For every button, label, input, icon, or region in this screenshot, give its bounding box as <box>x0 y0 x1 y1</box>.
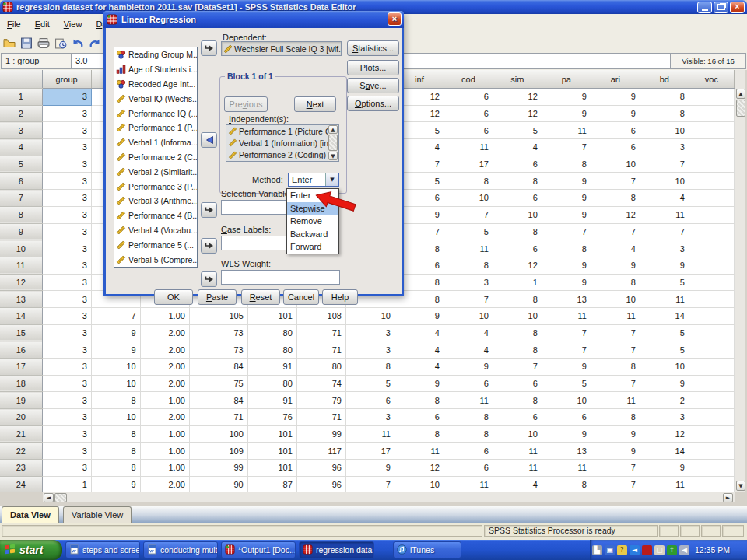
data-cell[interactable]: 76 <box>247 409 296 426</box>
data-cell[interactable]: 109 <box>189 443 247 460</box>
data-cell[interactable]: 3 <box>640 409 689 426</box>
data-cell[interactable]: 9 <box>542 257 591 274</box>
data-cell[interactable]: 8 <box>395 392 444 409</box>
data-cell[interactable]: 101 <box>247 307 296 324</box>
data-cell[interactable]: 9 <box>542 425 591 443</box>
data-cell[interactable]: 8 <box>345 359 395 376</box>
next-button[interactable]: Next <box>294 96 336 112</box>
data-cell[interactable]: 7 <box>91 307 140 324</box>
data-cell[interactable]: 9 <box>542 359 591 376</box>
variable-item[interactable]: Verbal IQ (Wechs... <box>114 91 197 106</box>
dependent-field[interactable]: Wechsler Full Scale IQ 3 [wif... <box>221 41 342 56</box>
variable-item[interactable]: Performance IQ (... <box>114 106 197 121</box>
data-cell[interactable]: 2.00 <box>140 341 189 359</box>
data-cell[interactable]: 10 <box>542 392 591 409</box>
data-cell[interactable]: 12 <box>493 89 542 106</box>
data-cell[interactable]: 11 <box>493 443 542 460</box>
vertical-scroll-thumb[interactable] <box>736 100 745 117</box>
data-cell[interactable]: 12 <box>493 257 542 274</box>
data-cell[interactable] <box>689 89 734 106</box>
data-cell[interactable]: 3 <box>640 240 689 257</box>
data-cell[interactable]: 11 <box>640 476 689 492</box>
data-cell[interactable]: 10 <box>91 375 140 392</box>
data-cell[interactable]: 105 <box>189 307 247 324</box>
data-cell[interactable]: 11 <box>444 139 493 156</box>
column-header-bd[interactable]: bd <box>640 70 689 89</box>
data-cell[interactable] <box>689 341 734 359</box>
scroll-up-button[interactable]: ▲ <box>328 125 338 134</box>
column-header-voc[interactable]: voc <box>689 70 734 89</box>
data-cell[interactable]: 8 <box>444 257 493 274</box>
data-cell[interactable]: 8 <box>91 443 140 460</box>
network-icon[interactable]: ↑ <box>667 545 677 555</box>
previous-button[interactable]: Previous <box>224 96 268 112</box>
row-header[interactable]: 11 <box>0 257 42 274</box>
data-cell[interactable]: 5 <box>640 341 689 359</box>
data-cell[interactable]: 3 <box>42 190 91 207</box>
grid-corner-cell[interactable] <box>0 70 42 89</box>
data-cell[interactable]: 8 <box>591 190 640 207</box>
row-header[interactable]: 8 <box>0 206 42 223</box>
data-cell[interactable]: 9 <box>542 274 591 291</box>
variable-item[interactable]: Verbal 3 (Arithme... <box>114 194 197 208</box>
data-cell[interactable]: 3 <box>42 257 91 274</box>
data-cell[interactable]: 1.00 <box>140 425 189 443</box>
data-cell[interactable]: 2 <box>640 392 689 409</box>
data-cell[interactable]: 7 <box>591 324 640 341</box>
taskbar-button-2[interactable]: conducting mult... <box>143 541 218 558</box>
data-cell[interactable]: 1 <box>493 274 542 291</box>
toolbar-redo-icon[interactable] <box>86 36 103 51</box>
data-cell[interactable]: 8 <box>444 173 493 190</box>
button-reset[interactable]: Reset <box>241 289 280 305</box>
row-header[interactable]: 15 <box>0 324 42 341</box>
data-cell[interactable]: 17 <box>345 443 395 460</box>
data-cell[interactable]: 3 <box>42 307 91 324</box>
data-cell[interactable]: 11 <box>640 206 689 223</box>
data-cell[interactable] <box>689 375 734 392</box>
minimize-button[interactable] <box>697 2 712 13</box>
data-cell[interactable]: 96 <box>296 476 345 492</box>
data-cell[interactable]: 7 <box>591 341 640 359</box>
variable-item[interactable]: Performance 5 (... <box>114 237 197 252</box>
data-cell[interactable]: 12 <box>640 425 689 443</box>
data-cell[interactable]: 117 <box>296 443 345 460</box>
tab-variable-view[interactable]: Variable View <box>63 506 132 523</box>
data-cell[interactable]: 10 <box>591 156 640 173</box>
data-cell[interactable]: 3 <box>444 274 493 291</box>
row-header[interactable]: 10 <box>0 240 42 257</box>
data-cell[interactable]: 91 <box>247 392 296 409</box>
data-cell[interactable]: 3 <box>42 173 91 190</box>
data-cell[interactable]: 84 <box>189 392 247 409</box>
close-button[interactable]: × <box>730 2 745 13</box>
data-cell[interactable] <box>689 122 734 139</box>
case-labels-transfer-button[interactable] <box>201 238 217 254</box>
data-cell[interactable]: 108 <box>296 307 345 324</box>
data-cell[interactable] <box>689 425 734 443</box>
column-header-ari[interactable]: ari <box>591 70 640 89</box>
row-header[interactable]: 12 <box>0 274 42 291</box>
data-cell[interactable]: 5 <box>493 122 542 139</box>
data-cell[interactable]: 8 <box>542 240 591 257</box>
variable-item[interactable]: Reading Group M... <box>114 47 197 62</box>
variable-item[interactable]: Performance 4 (B... <box>114 208 197 223</box>
data-cell[interactable]: 7 <box>591 223 640 240</box>
variable-item[interactable]: Recoded Age Int... <box>114 77 197 92</box>
monitor-icon[interactable]: ▣ <box>605 545 615 555</box>
data-cell[interactable]: 2.00 <box>140 476 189 492</box>
data-cell[interactable]: 9 <box>542 190 591 207</box>
variable-item[interactable]: Performance 2 (C... <box>114 150 197 165</box>
data-cell[interactable]: 9 <box>91 341 140 359</box>
independent-item[interactable]: Verbal 1 (Information) [inf] <box>226 137 338 149</box>
taskbar-button-1[interactable]: steps and scree... <box>65 541 140 558</box>
data-cell[interactable]: 5 <box>640 324 689 341</box>
data-cell[interactable]: 3 <box>42 122 91 139</box>
scroll-down-button[interactable]: ▼ <box>736 481 745 491</box>
data-cell[interactable]: 7 <box>591 173 640 190</box>
dialog-close-button[interactable]: × <box>388 12 402 26</box>
data-cell[interactable] <box>689 307 734 324</box>
data-cell[interactable]: 7 <box>640 156 689 173</box>
menu-view[interactable]: View <box>57 17 89 31</box>
data-cell[interactable]: 3 <box>42 409 91 426</box>
picture-icon[interactable]: ▢ <box>654 545 665 555</box>
data-cell[interactable]: 10 <box>395 476 444 492</box>
